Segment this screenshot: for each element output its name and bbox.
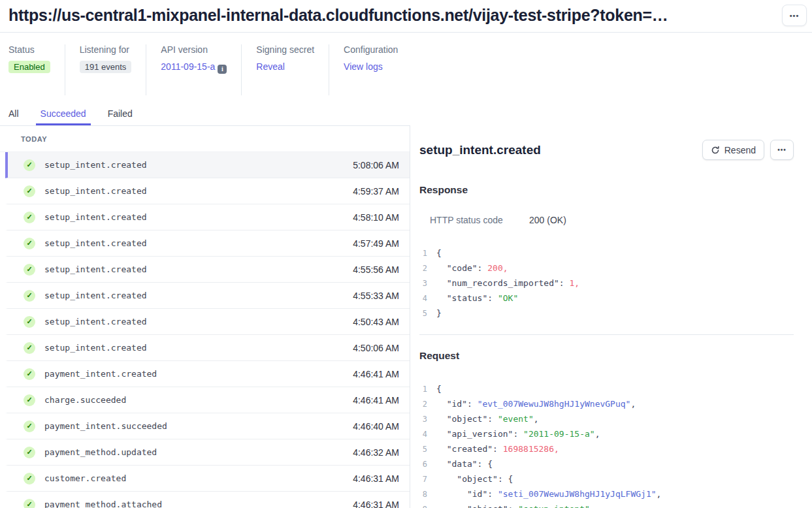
line-number: 1 xyxy=(419,249,427,258)
code-line: 4 "api_version": "2011-09-15-a", xyxy=(419,426,794,441)
code-line: 2 "code": 200, xyxy=(419,261,794,276)
resend-button[interactable]: Resend xyxy=(702,140,764,160)
tab-all[interactable]: All xyxy=(4,104,24,125)
line-number: 3 xyxy=(419,279,427,288)
event-time: 4:55:33 AM xyxy=(353,291,399,301)
detail-overflow-button[interactable]: ••• xyxy=(770,140,794,160)
event-name: setup_intent.created xyxy=(44,317,147,326)
event-time: 4:59:37 AM xyxy=(353,186,399,197)
event-list-row[interactable]: ✓setup_intent.created4:50:43 AM xyxy=(5,309,410,335)
event-list-row[interactable]: ✓payment_intent.succeeded4:46:40 AM xyxy=(5,413,410,439)
success-check-icon: ✓ xyxy=(24,316,35,328)
http-status-row: HTTP status code200 (OK) xyxy=(430,215,794,225)
event-name: setup_intent.created xyxy=(44,264,147,274)
event-list-row[interactable]: ✓setup_intent.created5:08:06 AM xyxy=(5,152,410,178)
status-section-signing-secret: Signing secretReveal xyxy=(256,44,329,95)
line-number: 9 xyxy=(419,505,427,508)
reveal-link[interactable]: Reveal xyxy=(256,61,285,72)
refresh-icon xyxy=(711,146,720,155)
status-section-label: API version xyxy=(161,44,227,55)
line-number: 4 xyxy=(419,430,427,439)
event-time: 4:55:56 AM xyxy=(353,264,399,275)
success-check-icon: ✓ xyxy=(24,290,35,302)
event-group-header: TODAY xyxy=(0,126,410,152)
code-line: 4 "status": "OK" xyxy=(419,291,794,306)
event-name: setup_intent.created xyxy=(44,343,147,353)
success-check-icon: ✓ xyxy=(24,264,35,276)
tab-succeeded[interactable]: Succeeded xyxy=(36,104,91,125)
event-name: payment_intent.created xyxy=(44,369,157,379)
http-status-value: 200 (OK) xyxy=(529,215,566,225)
success-check-icon: ✓ xyxy=(24,159,35,171)
success-check-icon: ✓ xyxy=(24,447,35,458)
line-number: 2 xyxy=(419,400,427,409)
line-number: 3 xyxy=(419,415,427,424)
line-number: 6 xyxy=(419,460,427,469)
response-heading: Response xyxy=(419,184,794,196)
event-time: 5:08:06 AM xyxy=(353,160,399,170)
event-time: 4:46:31 AM xyxy=(353,500,399,508)
event-name: payment_intent.succeeded xyxy=(44,421,167,431)
status-section-configuration: ConfigurationView logs xyxy=(344,44,412,95)
success-check-icon: ✓ xyxy=(24,368,35,380)
event-list-row[interactable]: ✓payment_intent.created4:46:41 AM xyxy=(5,361,410,387)
status-section-status: StatusEnabled xyxy=(8,44,65,95)
2011-09-15-a-link[interactable]: 2011-09-15-ai xyxy=(161,61,227,72)
event-list-row[interactable]: ✓setup_intent.created4:50:06 AM xyxy=(5,335,410,361)
view-logs-link[interactable]: View logs xyxy=(344,61,383,72)
code-line: 7 "object": { xyxy=(419,471,794,486)
line-number: 2 xyxy=(419,264,427,273)
event-list-row[interactable]: ✓payment_method.updated4:46:32 AM xyxy=(5,439,410,466)
success-check-icon: ✓ xyxy=(24,238,35,249)
success-check-icon: ✓ xyxy=(24,394,35,406)
event-name: setup_intent.created xyxy=(44,238,147,248)
main-content: TODAY ✓setup_intent.created5:08:06 AM✓se… xyxy=(0,125,812,508)
request-code-block: 1{2 "id": "evt_007WewuJW8hgHJ1yWnevGPuq"… xyxy=(419,381,794,508)
code-line: 2 "id": "evt_007WewuJW8hgHJ1yWnevGPuq", xyxy=(419,396,794,411)
event-time: 4:46:40 AM xyxy=(353,421,399,432)
status-section-label: Signing secret xyxy=(256,44,314,55)
request-heading: Request xyxy=(419,350,794,362)
event-list-row[interactable]: ✓customer.created4:46:31 AM xyxy=(5,466,410,492)
line-number: 5 xyxy=(419,309,427,318)
success-check-icon: ✓ xyxy=(24,421,35,432)
code-line: 5 "created": 1698815286, xyxy=(419,441,794,456)
object-id-link[interactable]: "evt_007WewuJW8hgHJ1yWnevGPuq" xyxy=(478,399,631,409)
status-bar: StatusEnabledListening for191 eventsAPI … xyxy=(0,33,812,95)
line-number: 8 xyxy=(419,490,427,499)
event-list-row[interactable]: ✓setup_intent.created4:58:10 AM xyxy=(5,204,410,230)
code-line: 5} xyxy=(419,306,794,321)
event-time: 4:46:41 AM xyxy=(353,395,399,405)
endpoint-url-title: https://us-central1-mixpanel-internal-da… xyxy=(8,6,777,25)
event-name: setup_intent.created xyxy=(44,186,147,196)
code-line: 1{ xyxy=(419,381,794,396)
info-icon[interactable]: i xyxy=(218,65,227,74)
event-list-row[interactable]: ✓setup_intent.created4:59:37 AM xyxy=(5,178,410,204)
event-list-row[interactable]: ✓setup_intent.created4:57:49 AM xyxy=(5,230,410,257)
event-list-row[interactable]: ✓charge.succeeded4:46:41 AM xyxy=(5,387,410,413)
code-line: 9 "object": "setup_intent", xyxy=(419,501,794,508)
event-time: 4:50:43 AM xyxy=(353,317,399,327)
page-header: https://us-central1-mixpanel-internal-da… xyxy=(0,0,812,33)
event-list-row[interactable]: ✓payment_method.attached4:46:31 AM xyxy=(5,492,410,508)
object-id-link[interactable]: "seti_007WewuJW8hgHJ1yJqLFWGj1" xyxy=(498,489,657,499)
code-line: 3 "num_records_imported": 1, xyxy=(419,276,794,291)
line-number: 7 xyxy=(419,475,427,484)
event-name: payment_method.updated xyxy=(44,447,157,457)
event-time: 4:58:10 AM xyxy=(353,212,399,223)
code-line: 1{ xyxy=(419,246,794,261)
event-name: payment_method.attached xyxy=(44,500,162,508)
detail-header: setup_intent.created Resend ••• xyxy=(419,140,794,160)
code-line: 8 "id": "seti_007WewuJW8hgHJ1yJqLFWGj1", xyxy=(419,486,794,501)
event-list-row[interactable]: ✓setup_intent.created4:55:33 AM xyxy=(5,283,410,309)
event-time: 4:57:49 AM xyxy=(353,238,399,249)
success-check-icon: ✓ xyxy=(24,473,35,484)
event-list: ✓setup_intent.created5:08:06 AM✓setup_in… xyxy=(0,152,410,508)
success-check-icon: ✓ xyxy=(24,342,35,354)
line-number: 4 xyxy=(419,294,427,303)
tab-failed[interactable]: Failed xyxy=(103,104,137,125)
success-check-icon: ✓ xyxy=(24,212,35,223)
event-time: 4:46:32 AM xyxy=(353,447,399,458)
event-list-row[interactable]: ✓setup_intent.created4:55:56 AM xyxy=(5,257,410,283)
header-overflow-button[interactable]: ••• xyxy=(782,5,807,26)
